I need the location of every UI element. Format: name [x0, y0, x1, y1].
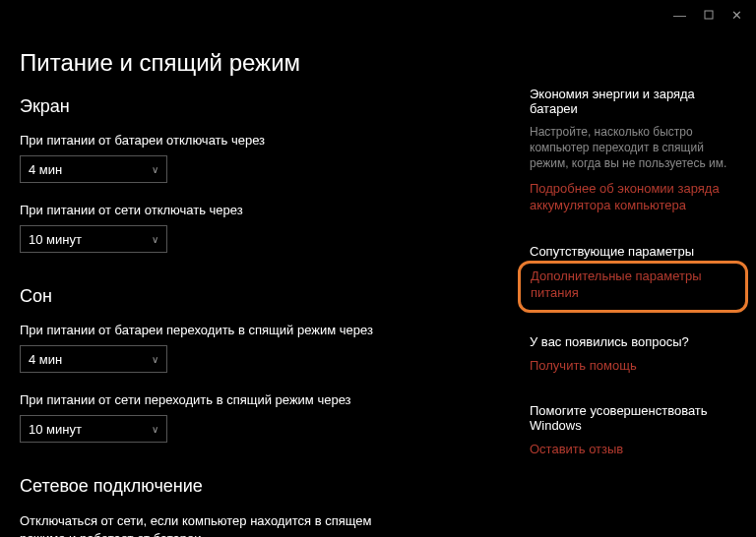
screen-plugged-label: При питании от сети отключать через	[20, 203, 490, 217]
related-settings-heading: Сопутствующие параметры	[530, 244, 736, 259]
screen-plugged-select[interactable]: 10 минут ∨	[20, 225, 167, 253]
highlight-annotation: Дополнительные параметры питания	[518, 261, 748, 313]
maximize-icon	[704, 10, 714, 20]
energy-saving-link[interactable]: Подробнее об экономии заряда аккумулятор…	[530, 180, 736, 214]
side-column: Экономия энергии и заряда батареи Настро…	[530, 49, 736, 537]
screen-battery-select[interactable]: 4 мин ∨	[20, 155, 167, 183]
svg-rect-0	[705, 11, 713, 19]
additional-power-settings-link[interactable]: Дополнительные параметры питания	[531, 268, 735, 302]
chevron-down-icon: ∨	[152, 164, 158, 175]
screen-plugged-value: 10 минут	[29, 232, 82, 247]
screen-heading: Экран	[20, 96, 490, 117]
sleep-plugged-value: 10 минут	[29, 422, 82, 437]
page-body: Питание и спящий режим Экран При питании…	[0, 0, 756, 537]
chevron-down-icon: ∨	[152, 424, 158, 435]
chevron-down-icon: ∨	[152, 354, 158, 365]
main-column: Питание и спящий режим Экран При питании…	[20, 49, 490, 537]
page-title: Питание и спящий режим	[20, 49, 490, 77]
energy-saving-heading: Экономия энергии и заряда батареи	[530, 87, 736, 116]
sleep-battery-select[interactable]: 4 мин ∨	[20, 345, 167, 373]
maximize-button[interactable]	[704, 8, 714, 23]
window-controls: — ✕	[660, 0, 756, 30]
chevron-down-icon: ∨	[152, 234, 158, 245]
help-heading: У вас появились вопросы?	[530, 334, 736, 349]
feedback-heading: Помогите усовершенствовать Windows	[530, 403, 736, 433]
get-help-link[interactable]: Получить помощь	[530, 357, 736, 375]
sleep-plugged-select[interactable]: 10 минут ∨	[20, 415, 167, 443]
network-desc: Отключаться от сети, если компьютер нахо…	[20, 512, 413, 537]
sleep-heading: Сон	[20, 286, 490, 307]
related-settings-group: Сопутствующие параметры Дополнительные п…	[530, 244, 736, 313]
sleep-plugged-label: При питании от сети переходить в спящий …	[20, 392, 490, 407]
feedback-group: Помогите усовершенствовать Windows Остав…	[530, 403, 736, 458]
screen-battery-value: 4 мин	[29, 162, 62, 177]
network-heading: Сетевое подключение	[20, 476, 490, 497]
energy-saving-group: Экономия энергии и заряда батареи Настро…	[530, 87, 736, 214]
energy-saving-desc: Настройте, насколько быстро компьютер пе…	[530, 124, 736, 172]
close-button[interactable]: ✕	[731, 8, 742, 23]
help-group: У вас появились вопросы? Получить помощь	[530, 334, 736, 375]
screen-battery-label: При питании от батареи отключать через	[20, 133, 490, 148]
sleep-battery-value: 4 мин	[29, 352, 62, 367]
leave-feedback-link[interactable]: Оставить отзыв	[530, 441, 736, 458]
minimize-button[interactable]: —	[673, 8, 686, 23]
sleep-battery-label: При питании от батареи переходить в спящ…	[20, 323, 490, 337]
